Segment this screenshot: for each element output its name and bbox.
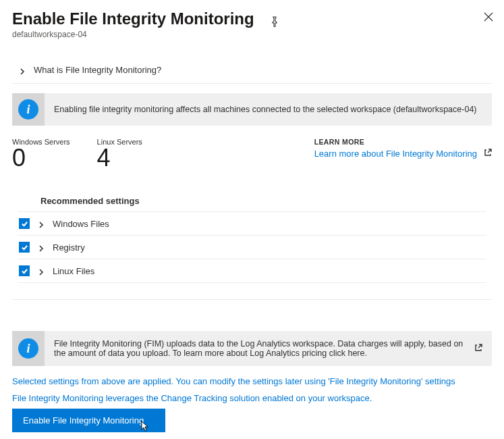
checkbox-icon[interactable] [19, 218, 30, 229]
chevron-right-icon [38, 220, 45, 227]
setting-windows-files[interactable]: Windows Files [18, 211, 486, 235]
setting-label: Registry [53, 242, 85, 253]
settings-heading: Recommended settings [18, 196, 486, 211]
learn-more-heading: LEARN MORE [314, 138, 492, 146]
pin-icon[interactable] [267, 14, 277, 24]
cursor-icon [140, 420, 150, 434]
chevron-right-icon [38, 267, 45, 274]
stats-row: Windows Servers 0 Linux Servers 4 LEARN … [12, 138, 492, 170]
info-banner-text: Enabling file integrity monitoring affec… [45, 99, 492, 120]
page-subtitle: defaultworkspace-04 [12, 30, 481, 39]
what-is-fim-expander[interactable]: What is File Integrity Monitoring? [12, 58, 492, 84]
setting-label: Windows Files [53, 219, 109, 229]
recommended-settings: Recommended settings Windows Files Regis… [12, 196, 492, 283]
stat-windows-servers: Windows Servers 0 [12, 138, 70, 170]
info-icon: i [12, 331, 45, 366]
section-divider [12, 299, 492, 300]
info-banner-text: File Integrity Monitoring (FIM) uploads … [45, 334, 474, 363]
setting-linux-files[interactable]: Linux Files [18, 259, 486, 283]
setting-label: Linux Files [53, 266, 94, 276]
info-banner-pricing: i File Integrity Monitoring (FIM) upload… [12, 331, 492, 366]
learn-more-block: LEARN MORE Learn more about File Integri… [314, 138, 492, 170]
setting-registry[interactable]: Registry [18, 235, 486, 259]
stat-linux-servers: Linux Servers 4 [97, 138, 142, 170]
chevron-right-icon [19, 67, 26, 74]
note-change-tracking: File Integrity Monitoring leverages the … [12, 393, 492, 403]
learn-more-link-text: Learn more about File Integrity Monitori… [314, 149, 477, 159]
close-icon[interactable] [481, 9, 492, 20]
info-icon: i [12, 93, 45, 126]
chevron-right-icon [38, 244, 45, 251]
external-link-icon [484, 149, 492, 159]
checkbox-icon[interactable] [19, 265, 30, 276]
checkbox-icon[interactable] [19, 242, 30, 253]
stat-value: 4 [97, 146, 142, 170]
external-link-icon[interactable] [474, 344, 482, 354]
stat-value: 0 [12, 146, 70, 170]
learn-more-link[interactable]: Learn more about File Integrity Monitori… [314, 149, 492, 159]
note-selected-settings: Selected settings from above are applied… [12, 376, 492, 388]
info-banner-workspace: i Enabling file integrity monitoring aff… [12, 93, 492, 126]
expander-label: What is File Integrity Monitoring? [34, 65, 161, 75]
button-label: Enable File Integrity Monitoring [23, 415, 144, 425]
enable-fim-button[interactable]: Enable File Integrity Monitoring [12, 409, 165, 432]
page-title: Enable File Integrity Monitoring [12, 9, 254, 28]
page-header: Enable File Integrity Monitoring default… [12, 9, 492, 39]
